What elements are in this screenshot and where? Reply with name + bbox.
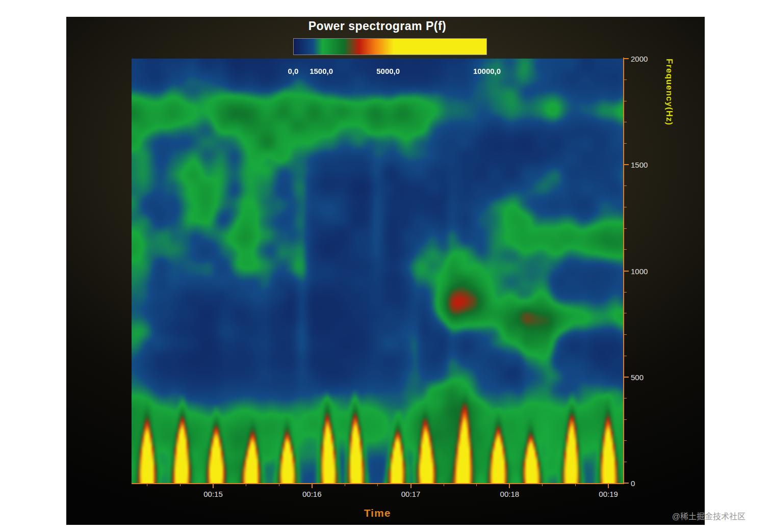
y-minor-tick bbox=[624, 249, 627, 250]
x-minor-tick bbox=[180, 484, 181, 486]
y-minor-tick bbox=[624, 462, 627, 462]
chart-title: Power spectrogram P(f) bbox=[132, 19, 623, 33]
x-tick-label: 00:18 bbox=[500, 490, 520, 498]
y-tick-label: 0 bbox=[631, 479, 635, 488]
x-tick-label: 00:16 bbox=[302, 490, 322, 498]
y-tick-label: 1500 bbox=[631, 161, 648, 169]
x-minor-tick bbox=[542, 484, 543, 486]
y-tick bbox=[624, 377, 629, 378]
x-minor-tick bbox=[377, 484, 378, 486]
y-axis-label: Frequency(Hz) bbox=[664, 59, 674, 483]
y-minor-tick bbox=[624, 334, 627, 335]
y-minor-tick bbox=[624, 356, 627, 356]
y-tick bbox=[624, 58, 629, 59]
colorbar-tick-label: 0,0 bbox=[288, 67, 299, 75]
x-tick bbox=[312, 484, 313, 488]
y-minor-tick bbox=[624, 122, 627, 122]
y-minor-tick bbox=[624, 398, 627, 398]
x-minor-tick bbox=[246, 484, 246, 486]
y-minor-tick bbox=[624, 143, 627, 144]
y-tick-label: 500 bbox=[631, 373, 644, 381]
x-minor-tick bbox=[279, 484, 279, 486]
y-minor-tick bbox=[624, 207, 627, 207]
x-minor-tick bbox=[575, 484, 576, 486]
x-tick bbox=[213, 484, 214, 488]
colorbar-tick-label: 1500,0 bbox=[310, 67, 333, 75]
colorbar-tick-label: 5000,0 bbox=[376, 67, 400, 75]
x-tick-label: 00:19 bbox=[599, 490, 618, 498]
x-tick bbox=[608, 484, 609, 488]
y-minor-tick bbox=[624, 440, 627, 441]
x-tick bbox=[509, 484, 510, 488]
y-tick bbox=[624, 164, 629, 165]
y-minor-tick bbox=[624, 313, 627, 313]
page: Power spectrogram P(f) 0,01500,05000,010… bbox=[0, 0, 771, 532]
y-tick bbox=[624, 271, 629, 272]
y-minor-tick bbox=[624, 419, 627, 420]
y-minor-tick bbox=[624, 228, 627, 229]
y-tick-label: 2000 bbox=[631, 55, 648, 63]
x-minor-tick bbox=[476, 484, 477, 486]
watermark: @稀土掘金技术社区 bbox=[672, 510, 746, 522]
y-minor-tick bbox=[624, 101, 627, 101]
x-tick-label: 00:15 bbox=[203, 490, 223, 498]
spectrogram-heatmap bbox=[132, 59, 623, 483]
x-minor-tick bbox=[444, 484, 444, 486]
y-minor-tick bbox=[624, 292, 627, 292]
x-axis-label: Time bbox=[132, 507, 623, 519]
colorbar: 0,01500,05000,010000,0 bbox=[293, 38, 487, 79]
y-tick bbox=[624, 483, 629, 484]
colorbar-tick-labels: 0,01500,05000,010000,0 bbox=[293, 38, 487, 79]
x-tick bbox=[410, 484, 412, 488]
y-tick-label: 1000 bbox=[631, 267, 648, 275]
x-tick-label: 00:17 bbox=[401, 490, 421, 498]
y-minor-tick bbox=[624, 79, 627, 80]
x-minor-tick bbox=[147, 484, 147, 486]
y-minor-tick bbox=[624, 185, 627, 186]
x-minor-tick bbox=[345, 484, 345, 486]
chart-panel: Power spectrogram P(f) 0,01500,05000,010… bbox=[66, 17, 705, 525]
colorbar-tick-label: 10000,0 bbox=[473, 67, 501, 75]
